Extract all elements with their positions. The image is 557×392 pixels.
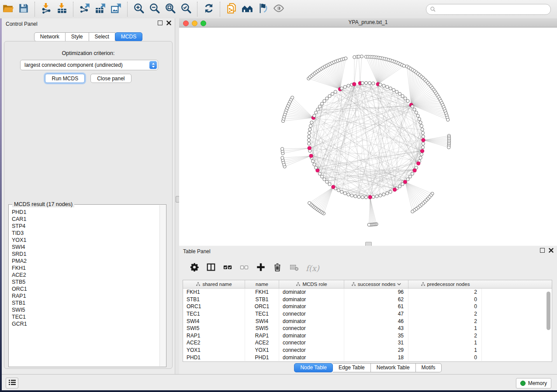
ring-node[interactable] xyxy=(372,82,375,85)
export-network-button[interactable] xyxy=(77,2,93,16)
ring-node[interactable] xyxy=(404,97,407,100)
leaf-node[interactable] xyxy=(280,148,284,151)
ring-node[interactable] xyxy=(416,114,419,117)
column-header-successor-nodes[interactable]: successor nodes xyxy=(344,280,408,288)
leaf-node[interactable] xyxy=(446,118,450,121)
column-header-predecessor-nodes[interactable]: predecessor nodes xyxy=(408,280,482,288)
mcds-result-item[interactable]: SRD1 xyxy=(12,251,160,258)
mcds-result-item[interactable]: ACE2 xyxy=(12,272,160,279)
leaf-node[interactable] xyxy=(357,55,360,58)
zoom-fit-button[interactable] xyxy=(163,2,178,16)
ring-node[interactable] xyxy=(419,121,422,124)
mcds-node[interactable] xyxy=(353,83,356,86)
column-header-name[interactable]: name xyxy=(245,280,279,288)
float-panel-icon[interactable] xyxy=(540,248,545,253)
ring-node[interactable] xyxy=(413,108,416,111)
mcds-result-item[interactable]: SWI5 xyxy=(12,306,160,313)
optimization-criterion-select[interactable]: largest connected component (undirected) xyxy=(20,60,158,70)
ring-node[interactable] xyxy=(411,172,414,175)
table-row[interactable]: STB1STB1dominator620 xyxy=(183,296,552,303)
mcds-result-item[interactable]: PHD1 xyxy=(12,209,160,216)
mcds-node[interactable] xyxy=(309,154,313,158)
show-graphics-details-button[interactable] xyxy=(271,2,287,16)
save-session-button[interactable] xyxy=(16,2,31,16)
mcds-result-item[interactable]: STB5 xyxy=(12,279,160,285)
ring-node[interactable] xyxy=(379,194,382,197)
ring-node[interactable] xyxy=(308,131,311,134)
mcds-node[interactable] xyxy=(422,138,425,142)
mcds-result-item[interactable]: ORC1 xyxy=(12,285,160,292)
ring-node[interactable] xyxy=(323,178,326,181)
table-row[interactable]: RAP1RAP1dominator352 xyxy=(183,332,552,340)
leaf-node[interactable] xyxy=(281,156,284,159)
close-panel-icon[interactable] xyxy=(166,21,171,25)
network-canvas[interactable] xyxy=(179,28,557,246)
tab-style[interactable]: Style xyxy=(66,32,89,41)
ring-node[interactable] xyxy=(420,124,423,127)
ring-node[interactable] xyxy=(328,182,331,186)
ring-node[interactable] xyxy=(323,100,326,103)
ring-node[interactable] xyxy=(379,83,382,86)
tab-network-table[interactable]: Network Table xyxy=(371,363,416,372)
ring-node[interactable] xyxy=(318,105,321,108)
leaf-node[interactable] xyxy=(291,96,294,99)
table-scrollbar-thumb[interactable] xyxy=(547,292,550,330)
ring-node[interactable] xyxy=(325,180,329,183)
mcds-result-scrollbar[interactable] xyxy=(159,205,166,366)
ring-node[interactable] xyxy=(340,190,343,193)
ring-node[interactable] xyxy=(364,196,367,199)
ring-node[interactable] xyxy=(343,86,346,89)
mcds-node[interactable] xyxy=(308,146,311,150)
ring-node[interactable] xyxy=(375,195,378,198)
import-network-button[interactable] xyxy=(38,2,54,16)
ring-node[interactable] xyxy=(361,82,364,85)
ring-node[interactable] xyxy=(398,185,401,188)
hide-all-columns-button[interactable] xyxy=(236,261,253,275)
leaf-node[interactable] xyxy=(344,57,347,60)
ring-node[interactable] xyxy=(419,156,422,159)
tab-edge-table[interactable]: Edge Table xyxy=(333,363,371,372)
ring-node[interactable] xyxy=(422,135,425,138)
ring-node[interactable] xyxy=(418,117,421,120)
ring-node[interactable] xyxy=(357,195,360,198)
mcds-result-item[interactable]: STP4 xyxy=(12,223,160,230)
ring-node[interactable] xyxy=(382,193,385,196)
search-input[interactable] xyxy=(438,6,547,13)
ring-node[interactable] xyxy=(337,189,340,192)
home-button[interactable] xyxy=(239,2,255,16)
leaf-node[interactable] xyxy=(353,55,356,58)
leaf-node[interactable] xyxy=(360,55,363,58)
ring-node[interactable] xyxy=(331,92,334,95)
export-image-button[interactable] xyxy=(108,2,124,16)
column-header-shared-name[interactable]: shared name xyxy=(183,280,245,288)
mcds-result-item[interactable]: TEC1 xyxy=(12,313,160,320)
ring-node[interactable] xyxy=(408,175,412,178)
ring-node[interactable] xyxy=(421,131,424,134)
ring-node[interactable] xyxy=(315,111,318,114)
table-row[interactable]: PHD1PHD1dominator180 xyxy=(183,354,552,361)
mcds-result-item[interactable]: CAR1 xyxy=(12,216,160,223)
ring-node[interactable] xyxy=(386,86,389,89)
ring-node[interactable] xyxy=(309,124,312,127)
table-row[interactable]: YOX1YOX1connector291 xyxy=(183,347,552,354)
ring-node[interactable] xyxy=(421,128,424,131)
table-body[interactable]: FKH1FKH1dominator962STB1STB1dominator620… xyxy=(183,289,552,361)
table-mode-button[interactable] xyxy=(186,261,203,275)
ring-node[interactable] xyxy=(320,102,323,105)
ring-node[interactable] xyxy=(347,84,350,87)
ring-node[interactable] xyxy=(320,175,323,178)
ring-node[interactable] xyxy=(347,193,350,196)
ring-node[interactable] xyxy=(354,195,357,198)
tab-network[interactable]: Network xyxy=(34,32,66,41)
import-table-button[interactable] xyxy=(54,2,70,16)
zoom-out-button[interactable] xyxy=(147,2,163,16)
mcds-node[interactable] xyxy=(417,162,420,165)
open-file-button[interactable] xyxy=(0,2,16,16)
mcds-result-list[interactable]: PHD1CAR1STP4TID3YOX1SWI4SRD1PMA2FKH1ACE2… xyxy=(9,206,160,366)
function-builder-button[interactable]: f(x) xyxy=(306,264,319,273)
export-table-button[interactable] xyxy=(93,2,108,16)
leaf-node[interactable] xyxy=(411,210,414,213)
mcds-result-item[interactable]: SWI4 xyxy=(12,244,160,251)
refresh-button[interactable] xyxy=(201,2,217,16)
network-window-titlebar[interactable]: YPA_prune.txt_1 xyxy=(179,18,557,28)
